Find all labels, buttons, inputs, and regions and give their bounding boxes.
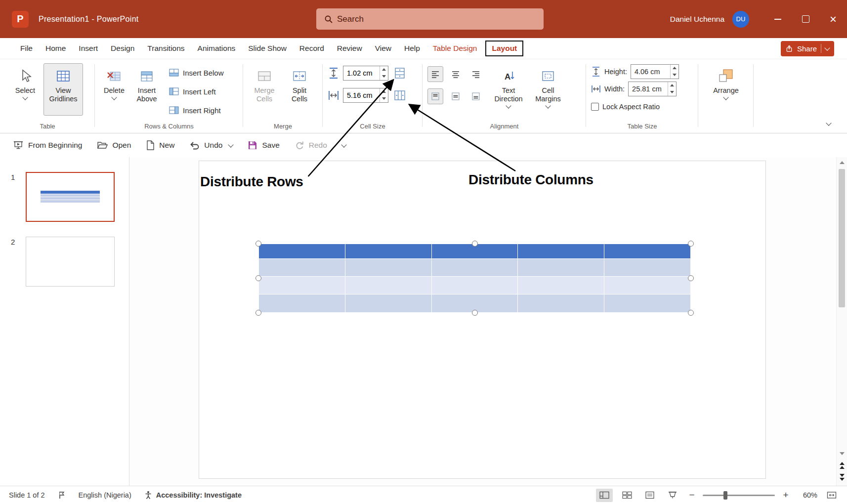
powerpoint-logo-icon[interactable]: P [12,11,29,28]
column-width-spinner[interactable] [380,88,388,102]
vertical-scrollbar[interactable] [836,157,847,486]
view-gridlines-toggle[interactable]: View Gridlines [43,63,83,116]
table-width-spinner[interactable] [668,82,676,96]
table-cell[interactable] [518,294,604,312]
center-vertically-button[interactable] [448,88,464,104]
table-cell[interactable] [432,259,518,276]
align-bottom-button[interactable] [468,88,484,104]
text-direction-button[interactable]: A Text Direction [491,63,526,116]
table-height-input[interactable]: 4.06 cm [631,64,679,79]
selection-handle-middle-right[interactable] [688,275,694,281]
align-center-button[interactable] [448,66,464,82]
table-cell[interactable] [518,244,604,258]
table-cell[interactable] [259,294,345,312]
table-cell[interactable] [518,259,604,276]
slide-canvas[interactable]: Distribute Rows Distribute Columns [199,161,766,479]
tab-help[interactable]: Help [398,41,426,56]
delete-button[interactable]: Delete [100,63,128,116]
slide-thumbnail-2[interactable] [26,237,115,287]
spinner-down-icon[interactable] [382,75,386,78]
tab-layout[interactable]: Layout [485,41,523,56]
qat-overflow-button[interactable] [342,144,346,147]
next-slide-button[interactable] [837,473,847,482]
fit-slide-to-window-button[interactable] [823,489,840,502]
spinner-up-icon[interactable] [673,67,677,69]
zoom-level[interactable]: 60% [797,491,817,499]
share-button[interactable]: Share [781,41,834,56]
language-button[interactable]: English (Nigeria) [79,491,131,499]
tab-view[interactable]: View [369,41,398,56]
tab-record[interactable]: Record [293,41,331,56]
minimize-button[interactable] [764,0,792,38]
table-cell[interactable] [259,259,345,276]
insert-left-button[interactable]: Insert Left [169,83,224,100]
table-cell[interactable] [345,259,432,276]
slide-table[interactable] [259,244,690,312]
table-cell[interactable] [604,244,690,258]
insert-below-button[interactable]: Insert Below [169,64,224,81]
spinner-down-icon[interactable] [673,74,677,76]
table-cell[interactable] [604,294,690,312]
close-button[interactable]: × [819,0,847,38]
from-beginning-button[interactable]: From Beginning [13,140,82,150]
table-cell[interactable] [345,244,432,258]
proofing-button[interactable] [58,491,66,500]
tab-animations[interactable]: Animations [191,41,242,56]
align-right-button[interactable] [468,66,484,82]
scroll-down-button[interactable] [837,449,847,458]
accessibility-button[interactable]: Accessibility: Investigate [144,491,242,500]
collapse-ribbon-button[interactable] [821,118,836,129]
align-top-button[interactable] [427,88,443,104]
zoom-slider-thumb[interactable] [723,491,727,500]
tab-review[interactable]: Review [331,41,369,56]
search-box[interactable]: Search [316,8,544,30]
open-button[interactable]: Open [97,141,131,150]
table-cell[interactable] [259,244,345,258]
table-height-spinner[interactable] [670,65,678,79]
select-button[interactable]: Select [11,63,40,116]
selection-handle-middle-left[interactable] [255,275,261,281]
table-cell[interactable] [345,277,432,294]
previous-slide-button[interactable] [837,461,847,470]
table-width-input[interactable]: 25.81 cm [628,82,677,96]
slide-indicator[interactable]: Slide 1 of 2 [9,491,45,499]
spinner-up-icon[interactable] [670,84,674,86]
zoom-in-button[interactable]: + [781,490,791,501]
tab-transitions[interactable]: Transitions [141,41,191,56]
table-cell[interactable] [259,277,345,294]
reading-view-button[interactable] [641,489,658,502]
table-cell[interactable] [604,259,690,276]
distribute-rows-button[interactable] [392,65,408,81]
normal-view-button[interactable] [596,489,613,502]
slide-thumbnail-1[interactable] [26,172,115,222]
selection-handle-top-center[interactable] [472,241,478,247]
insert-above-button[interactable]: Insert Above [131,63,162,116]
scrollbar-thumb[interactable] [839,169,845,307]
undo-dropdown-chevron[interactable] [228,142,234,147]
column-width-input[interactable]: 5.16 cm [343,88,388,103]
maximize-button[interactable] [792,0,819,38]
insert-right-button[interactable]: Insert Right [169,102,224,119]
tab-home[interactable]: Home [39,41,72,56]
split-cells-button[interactable]: Split Cells [285,63,314,116]
lock-aspect-ratio-checkbox[interactable] [591,103,599,111]
spinner-down-icon[interactable] [670,91,674,93]
tab-insert[interactable]: Insert [72,41,104,56]
selection-handle-bottom-left[interactable] [255,310,261,316]
share-dropdown-chevron[interactable] [824,45,830,50]
table-cell[interactable] [345,294,432,312]
slide-sorter-view-button[interactable] [619,489,635,502]
table-cell[interactable] [518,277,604,294]
tab-slide-show[interactable]: Slide Show [242,41,293,56]
spinner-up-icon[interactable] [382,68,386,71]
scroll-up-button[interactable] [837,158,847,167]
tab-table-design[interactable]: Table Design [426,41,484,56]
table-cell[interactable] [432,277,518,294]
row-height-input[interactable]: 1.02 cm [343,66,388,81]
undo-button[interactable]: Undo [189,141,233,150]
cell-margins-button[interactable]: Cell Margins [531,63,565,116]
avatar[interactable]: DU [732,11,749,28]
tab-file[interactable]: File [14,41,39,56]
selection-handle-top-right[interactable] [688,241,694,247]
tab-design[interactable]: Design [104,41,141,56]
